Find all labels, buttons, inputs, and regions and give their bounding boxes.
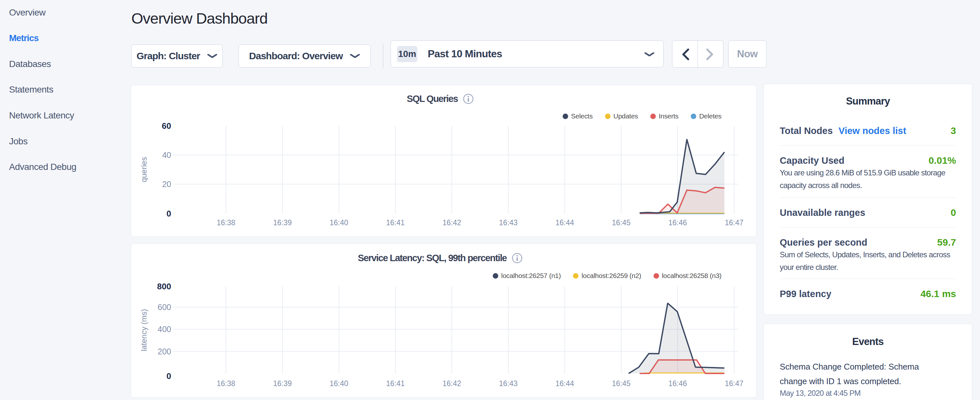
svg-text:800: 800 (157, 282, 171, 291)
svg-text:60: 60 (162, 121, 171, 131)
svg-text:16:46: 16:46 (668, 218, 687, 227)
svg-text:16:40: 16:40 (330, 379, 348, 388)
svg-text:16:42: 16:42 (442, 379, 461, 388)
svg-text:16:42: 16:42 (442, 218, 461, 227)
svg-text:16:41: 16:41 (386, 379, 405, 388)
svg-text:16:47: 16:47 (725, 218, 743, 227)
svg-text:16:44: 16:44 (555, 218, 574, 227)
svg-text:16:47: 16:47 (725, 379, 743, 388)
svg-text:16:39: 16:39 (273, 379, 292, 388)
svg-text:16:38: 16:38 (217, 379, 235, 388)
svg-text:40: 40 (162, 150, 171, 159)
svg-text:16:44: 16:44 (555, 379, 574, 388)
svg-text:16:40: 16:40 (330, 218, 348, 227)
svg-text:200: 200 (158, 347, 171, 356)
svg-text:16:45: 16:45 (612, 379, 631, 388)
svg-text:queries: queries (140, 157, 148, 183)
svg-text:16:41: 16:41 (386, 218, 405, 227)
svg-text:16:46: 16:46 (668, 379, 687, 388)
svg-text:latency (ms): latency (ms) (140, 309, 148, 351)
svg-text:16:38: 16:38 (217, 218, 235, 227)
svg-text:0: 0 (167, 209, 171, 218)
svg-text:16:45: 16:45 (612, 218, 631, 227)
svg-text:400: 400 (158, 325, 171, 334)
svg-text:0: 0 (167, 371, 171, 381)
svg-text:16:43: 16:43 (499, 218, 518, 227)
svg-text:20: 20 (162, 180, 171, 189)
svg-text:16:43: 16:43 (499, 379, 518, 388)
svg-text:16:39: 16:39 (273, 218, 292, 227)
svg-text:600: 600 (158, 303, 171, 312)
